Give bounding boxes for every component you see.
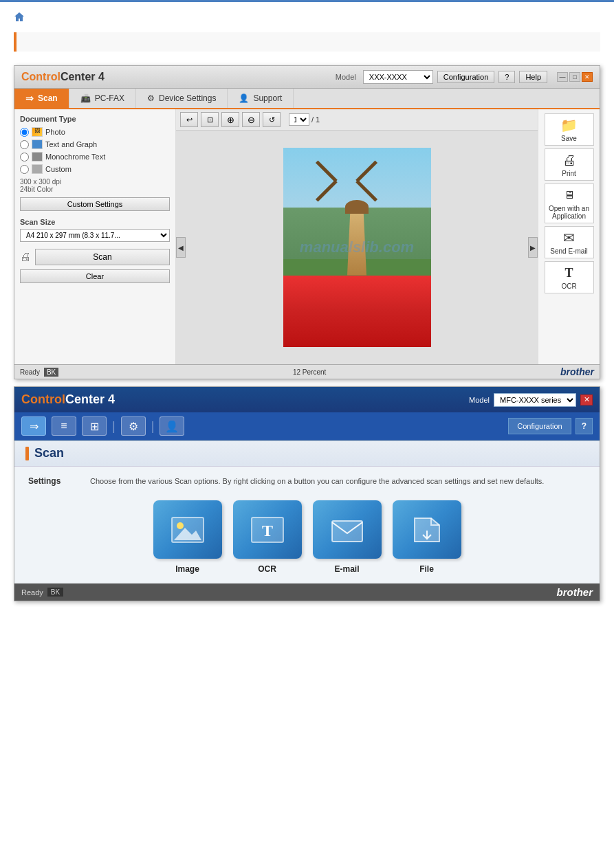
tab2-scan[interactable]: ⇒ (21, 416, 46, 436)
dpi-info: 300 x 300 dpi 24bit Color (20, 178, 170, 193)
mono-text-icon (32, 152, 43, 162)
minimize-button[interactable]: — (557, 72, 568, 82)
doc-type-photo[interactable]: 🖼 Photo (20, 127, 170, 137)
config-button[interactable]: Configuration (437, 71, 494, 83)
tab2-document[interactable]: ≡ (52, 416, 76, 436)
custom-radio[interactable] (20, 165, 29, 174)
bk-badge: BK (44, 368, 58, 377)
text-graph-radio[interactable] (20, 140, 29, 149)
print-action-label: Print (547, 170, 592, 177)
doc-type-mono-text[interactable]: Monochrome Text (20, 152, 170, 162)
tab2-copy[interactable]: ⊞ (82, 416, 107, 436)
tulips-bg (283, 271, 431, 347)
windmill-blades (329, 152, 384, 207)
zoom-out-button[interactable]: ⊖ (242, 112, 260, 127)
dpi-line2: 24bit Color (20, 186, 170, 193)
crop-button[interactable]: ⊡ (201, 112, 219, 127)
tab-device-settings[interactable]: ⚙ Device Settings (136, 89, 228, 108)
scan-file-label: File (419, 564, 434, 574)
center-panel: ↩ ⊡ ⊕ ⊖ ↺ 1 / 1 ◀ (176, 109, 538, 364)
email-action-button[interactable]: ✉ Send E-mail (545, 226, 594, 258)
doc-type-custom[interactable]: Custom (20, 164, 170, 174)
rotate-button[interactable]: ↺ (263, 112, 281, 127)
tab-pcfax[interactable]: 📠 PC-FAX (69, 89, 136, 108)
restore-button[interactable]: □ (569, 72, 580, 82)
scan-tab-label: Scan (38, 93, 58, 103)
titlebar2-right: Model MFC-XXXX series ✕ (469, 393, 593, 407)
statusbar-home: Ready BK brother (14, 583, 600, 601)
title-ctrl: Control (21, 71, 61, 83)
ocr-action-button[interactable]: T OCR (545, 261, 594, 293)
text-graph-icon (32, 140, 43, 149)
help-button2[interactable]: ? (575, 418, 593, 434)
scan-email-button[interactable]: E-mail (313, 500, 382, 574)
scan-size-label: Scan Size (20, 218, 170, 226)
print-action-button[interactable]: 🖨 Print (545, 148, 594, 181)
print-action-icon: 🖨 (560, 152, 579, 168)
preview-nav-left[interactable]: ◀ (176, 237, 186, 258)
title2-ctrl: Control (21, 392, 65, 407)
save-action-button[interactable]: 📁 Save (545, 113, 594, 146)
custom-icon (32, 164, 43, 174)
model-select[interactable]: XXX-XXXX (363, 70, 433, 84)
titlebar-right: Model XXX-XXXX Configuration ? Help — □ … (336, 70, 593, 84)
preview-nav-right[interactable]: ▶ (528, 237, 538, 258)
svg-rect-5 (332, 521, 362, 542)
brother-logo: brother (560, 366, 594, 377)
tab2-user[interactable]: 👤 (160, 416, 184, 436)
scan-ocr-icon: T (233, 500, 302, 559)
photo-radio[interactable] (20, 128, 29, 137)
scan-button[interactable]: Scan (35, 249, 170, 265)
close-button-home[interactable]: ✕ (580, 394, 593, 405)
help-button[interactable]: Help (519, 71, 547, 83)
window-controls: — □ ✕ (557, 72, 593, 82)
scan-content: Settings Choose from the various Scan op… (14, 467, 600, 583)
clear-button[interactable]: Clear (20, 269, 170, 283)
status2-left: Ready BK (21, 588, 63, 597)
scan-ocr-button[interactable]: T OCR (233, 500, 302, 574)
scan-file-button[interactable]: File (393, 500, 461, 574)
file-svg-icon (409, 515, 445, 544)
model2-select[interactable]: MFC-XXXX series (494, 393, 576, 407)
support-label: Support (253, 93, 282, 103)
brother-logo2: brother (557, 586, 593, 598)
scan-size-select[interactable]: A4 210 x 297 mm (8.3 x 11.7... (20, 229, 170, 242)
open-app-button[interactable]: 🖥 Open with an Application (545, 183, 594, 223)
page-separator: / (311, 115, 314, 124)
title-center: Center 4 (61, 71, 105, 83)
tab-scan[interactable]: ⇒ Scan (14, 89, 69, 108)
home-icon[interactable] (14, 12, 25, 23)
tab2-settings[interactable]: ⚙ (121, 416, 146, 436)
tab-support[interactable]: 👤 Support (228, 89, 294, 108)
bk-badge2: BK (47, 588, 63, 597)
undo-button[interactable]: ↩ (180, 112, 198, 127)
page-select[interactable]: 1 (289, 113, 309, 126)
scan-content-inner: Settings Choose from the various Scan op… (28, 476, 586, 500)
doc-type-title: Document Type (20, 115, 170, 123)
device-settings-label: Device Settings (159, 93, 216, 103)
config-button2[interactable]: Configuration (508, 418, 571, 434)
settings-label: Settings (28, 476, 61, 486)
left-panel: Document Type 🖼 Photo Text and Graph Mon… (14, 109, 176, 364)
photo-label: Photo (45, 128, 65, 136)
scan-printer-icon: 🖨 (20, 251, 31, 263)
close-button[interactable]: ✕ (582, 72, 593, 82)
right-panel: 📁 Save 🖨 Print 🖥 Open with an Applicatio… (538, 109, 600, 364)
scan-ocr-label: OCR (258, 564, 276, 574)
zoom-in-button[interactable]: ⊕ (221, 112, 239, 127)
mono-text-radio[interactable] (20, 153, 29, 162)
app-title-home: Control Center 4 (21, 392, 115, 407)
custom-settings-button[interactable]: Custom Settings (20, 197, 170, 211)
question-button[interactable]: ? (498, 71, 515, 83)
doc-type-text-graph[interactable]: Text and Graph (20, 140, 170, 149)
text-graph-label: Text and Graph (45, 140, 97, 148)
mono-text-label: Monochrome Text (45, 153, 105, 161)
open-app-label: Open with an Application (547, 205, 592, 220)
page-total: 1 (316, 115, 320, 124)
scan-image-button[interactable]: Image (153, 500, 222, 574)
scan-header-bar (25, 447, 29, 460)
tabbar-advanced: ⇒ Scan 📠 PC-FAX ⚙ Device Settings 👤 Supp… (14, 89, 600, 109)
percent-text: 12 Percent (293, 368, 326, 376)
description-area: Choose from the various Scan options. By… (90, 476, 586, 500)
pcfax-tab-label: PC-FAX (95, 93, 124, 103)
